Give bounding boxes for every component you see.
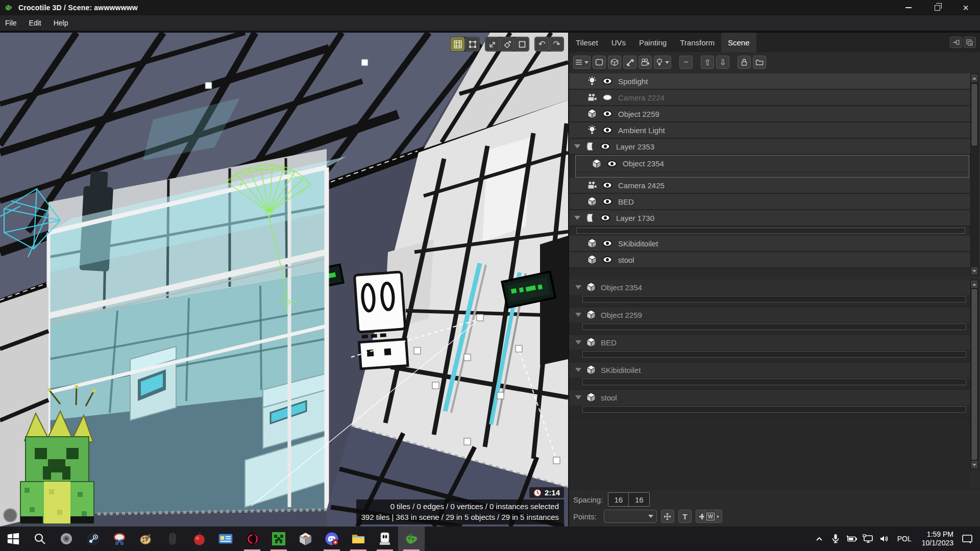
bone-button[interactable] <box>623 56 636 69</box>
section-header[interactable]: Object 2259 <box>569 307 970 322</box>
tile-grid-tool-button[interactable] <box>451 37 464 51</box>
eye-open-icon[interactable] <box>602 125 613 135</box>
taskbar-opera-gx-button[interactable] <box>239 527 265 551</box>
tree-row-bed[interactable]: BED <box>569 194 970 210</box>
move-up-button[interactable]: ⇧ <box>701 56 714 69</box>
tree-row-camera-2224[interactable]: Camera 2224 <box>569 90 970 106</box>
collapse-triangle-icon[interactable] <box>575 368 581 372</box>
taskbar-crocotile-button[interactable] <box>398 527 425 551</box>
move-down-button[interactable]: ⇩ <box>716 56 729 69</box>
eye-open-icon[interactable] <box>602 109 613 119</box>
eye-closed-icon[interactable] <box>602 92 613 103</box>
tree-row-spotlight[interactable]: Spotlight <box>569 73 970 90</box>
navigation-gizmo[interactable] <box>3 508 17 522</box>
menu-file[interactable]: File <box>0 15 23 31</box>
viewport[interactable]: ↶ ↷ 2:14 0 tiles / 0 edges / 0 vertices … <box>0 33 568 527</box>
popout-panel-button[interactable] <box>964 37 976 48</box>
scene-tree-scrollbar[interactable] <box>970 73 978 276</box>
taskbar-id-card-button[interactable] <box>212 527 239 551</box>
eye-open-icon[interactable] <box>602 238 613 248</box>
tab-painting[interactable]: Painting <box>632 33 673 52</box>
taskbar-ghost-app-button[interactable] <box>159 527 186 551</box>
taskbar-creeper-game-button[interactable] <box>265 527 292 551</box>
tree-row-camera-2425[interactable]: Camera 2425 <box>569 178 970 194</box>
marquee-button[interactable] <box>593 56 606 69</box>
menu-edit[interactable]: Edit <box>23 15 47 31</box>
taskbar-apple-app-button[interactable] <box>186 527 212 551</box>
folder-button[interactable] <box>753 56 766 69</box>
section-header[interactable]: SKibiditoilet <box>569 362 970 378</box>
move-tool-button[interactable] <box>485 37 499 51</box>
menu-help[interactable]: Help <box>47 15 75 31</box>
tree-row-ambient-light[interactable]: Ambient Light <box>569 122 970 139</box>
section-track[interactable] <box>582 323 966 330</box>
taskbar-toilet-game-button[interactable] <box>372 527 398 551</box>
remove-button[interactable]: − <box>679 56 693 69</box>
section-track[interactable] <box>582 296 966 303</box>
section-track[interactable] <box>582 351 966 358</box>
eye-open-icon[interactable] <box>606 159 618 169</box>
close-button[interactable]: × <box>951 0 980 15</box>
spacing-y-input[interactable] <box>629 493 649 506</box>
taskbar-snipping-tool-button[interactable] <box>106 527 133 551</box>
tree-row-object-2259[interactable]: Object 2259 <box>569 106 970 122</box>
collapse-triangle-icon[interactable] <box>575 313 581 317</box>
points-dropdown[interactable] <box>604 510 657 523</box>
collapse-triangle-icon[interactable] <box>575 340 581 344</box>
taskbar-discord-button[interactable] <box>318 527 345 551</box>
sections-scrollbar[interactable] <box>970 280 978 469</box>
scroll-thumb[interactable] <box>972 84 977 145</box>
tray-notification-icon[interactable] <box>962 534 973 544</box>
tree-row-skibiditoilet[interactable]: SKibiditoilet <box>569 236 970 252</box>
collapse-triangle-icon[interactable] <box>575 395 581 399</box>
taskbar-search-button[interactable] <box>27 527 53 551</box>
eye-open-icon[interactable] <box>602 180 613 190</box>
restore-button[interactable] <box>923 0 951 15</box>
points-text-button[interactable]: T <box>678 510 692 523</box>
taskbar-volume-app-button[interactable] <box>53 527 80 551</box>
section-header[interactable]: Object 2354 <box>569 280 970 295</box>
add-light-button[interactable] <box>654 56 671 69</box>
vertex-grid-tool-button[interactable] <box>465 37 479 51</box>
tree-row-object-2354[interactable]: Object 2354 <box>576 156 969 172</box>
tab-transform[interactable]: Transform <box>673 33 721 52</box>
tray-battery-icon[interactable] <box>846 534 857 544</box>
eye-open-icon[interactable] <box>602 76 613 86</box>
tree-row-layer-2353[interactable]: Layer 2353 <box>569 139 970 155</box>
collapse-triangle-icon[interactable] <box>574 216 580 220</box>
tab-tileset[interactable]: Tileset <box>569 33 605 52</box>
scroll-up-button[interactable] <box>971 281 977 288</box>
lock-button[interactable] <box>738 56 751 69</box>
scene-menu-button[interactable] <box>573 56 591 69</box>
tray-volume-icon[interactable] <box>879 534 890 544</box>
tab-uvs[interactable]: UVs <box>605 33 632 52</box>
wrap-button[interactable]: W <box>704 510 717 523</box>
tree-row-layer-1730[interactable]: Layer 1730 <box>569 210 970 227</box>
tray-chevron-up-icon[interactable] <box>814 534 825 544</box>
spacing-x-input[interactable] <box>608 493 629 506</box>
taskbar-paint-palette-button[interactable] <box>133 527 159 551</box>
collapse-triangle-icon[interactable] <box>574 144 580 148</box>
minimize-button[interactable] <box>894 0 923 15</box>
eye-open-icon[interactable] <box>602 255 613 265</box>
section-track[interactable] <box>582 406 966 413</box>
undo-button[interactable]: ↶ <box>535 37 549 51</box>
taskbar-cube-game-button[interactable] <box>292 527 318 551</box>
eye-open-icon[interactable] <box>600 141 611 152</box>
section-track[interactable] <box>582 379 966 385</box>
taskbar-start-button[interactable] <box>0 527 27 551</box>
eye-open-icon[interactable] <box>600 213 611 223</box>
section-header[interactable]: stool <box>569 390 970 405</box>
select-rect-tool-button[interactable] <box>515 37 529 51</box>
scroll-thumb[interactable] <box>972 289 977 460</box>
tree-row-stool[interactable]: stool <box>569 252 970 268</box>
tray-language[interactable]: POL <box>895 535 914 543</box>
redo-button[interactable]: ↷ <box>550 37 564 51</box>
tray-microphone-icon[interactable] <box>830 534 841 544</box>
section-header[interactable]: BED <box>569 335 970 350</box>
eye-open-icon[interactable] <box>602 196 613 207</box>
taskbar-steam-button[interactable] <box>80 527 106 551</box>
add-object-button[interactable] <box>608 56 621 69</box>
scroll-down-button[interactable] <box>971 461 977 468</box>
points-move-button[interactable] <box>661 510 674 523</box>
